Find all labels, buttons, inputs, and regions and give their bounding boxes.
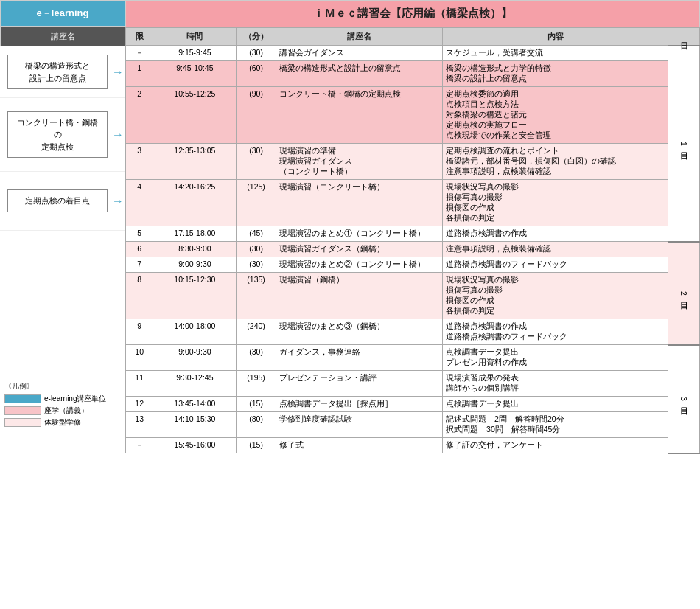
table-row: 109:00-9:30(30)ガイダンス，事務連絡点検調書データ提出プレゼン用資… [126, 345, 700, 371]
cell-min: (60) [237, 61, 276, 87]
cell-min: (15) [237, 438, 276, 453]
table-body: －9:15-9:45(30)講習会ガイダンススケジュール，受講者交流1日目19:… [126, 46, 700, 453]
cell-min: (15) [237, 397, 276, 412]
cell-content: 道路橋点検調書の作成 [443, 226, 668, 242]
cell-content: 注意事項説明，点検装備確認 [443, 242, 668, 257]
cell-name: 現場演習（コンクリート橋） [276, 180, 442, 226]
header-limit: 限 [126, 28, 153, 46]
cell-min: (30) [237, 257, 276, 273]
cell-limit: － [126, 438, 153, 453]
cell-min: (30) [237, 345, 276, 371]
header-content: 内容 [443, 28, 668, 46]
cell-name: 現場演習ガイダンス（鋼橋） [276, 242, 442, 257]
table-row: 810:15-12:30(135)現場演習（鋼橋）現場状況写真の撮影損傷写真の撮… [126, 273, 700, 319]
cell-day: 1日目 [668, 46, 700, 242]
table-row: 914:00-18:00(240)現場演習のまとめ③（鋼橋）道路橋点検調書の作成… [126, 319, 700, 345]
legend-title: 《凡例》 [4, 381, 121, 392]
cell-content: 現場状況写真の撮影損傷写真の撮影損傷図の作成各損傷の判定 [443, 273, 668, 319]
cell-content: 定期点検調査の流れとポイント橋梁諸元，部材番号図，損傷図（白図）の確認注意事項説… [443, 144, 668, 180]
cell-name: 講習会ガイダンス [276, 46, 442, 61]
cell-time: 10:15-12:30 [153, 273, 237, 319]
legend-label-2: 座学（講義） [44, 406, 88, 416]
cell-min: (195) [237, 371, 276, 397]
cell-min: (135) [237, 273, 276, 319]
cell-limit: 5 [126, 226, 153, 242]
table-row: 68:30-9:00(30)現場演習ガイダンス（鋼橋）注意事項説明，点検装備確認… [126, 242, 700, 257]
cell-content: 点検調書データ提出プレゼン用資料の作成 [443, 345, 668, 371]
table-row: －9:15-9:45(30)講習会ガイダンススケジュール，受講者交流1日目 [126, 46, 700, 61]
sidebar: e－learning 講座名 橋梁の構造形式と設計上の留意点 → コンクリート橋… [0, 0, 125, 454]
cell-time: 13:45-14:00 [153, 397, 237, 412]
cell-limit: 7 [126, 257, 153, 273]
cell-time: 15:45-16:00 [153, 438, 237, 453]
legend-item-2: 座学（講義） [4, 406, 121, 416]
cell-name: 現場演習のまとめ③（鋼橋） [276, 319, 442, 345]
sidebar-item-2: コンクリート橋・鋼橋の定期点検 → [0, 98, 125, 172]
cell-time: 9:45-10:45 [153, 61, 237, 87]
cell-limit: 13 [126, 412, 153, 438]
sidebar-subheader: 講座名 [0, 27, 125, 46]
cell-limit: 9 [126, 319, 153, 345]
cell-name: コンクリート橋・鋼橋の定期点検 [276, 87, 442, 144]
cell-min: (30) [237, 46, 276, 61]
cell-limit: 2 [126, 87, 153, 144]
header-minutes: （分） [237, 28, 276, 46]
sidebar-item-3: 定期点検の着目点 → [0, 172, 125, 231]
table-row: －15:45-16:00(15)修了式修了証の交付，アンケート [126, 438, 700, 453]
cell-time: 9:30-12:45 [153, 371, 237, 397]
legend-color-light [4, 418, 41, 427]
table-row: 19:45-10:45(60)橋梁の構造形式と設計上の留意点橋梁の構造形式と力学… [126, 61, 700, 87]
legend-color-blue [4, 394, 41, 403]
sidebar-items: 橋梁の構造形式と設計上の留意点 → コンクリート橋・鋼橋の定期点検 → 定期点検… [0, 46, 125, 231]
cell-time: 14:10-15:30 [153, 412, 237, 438]
sidebar-item-box-3: 定期点検の着目点 [7, 189, 108, 212]
cell-content: 定期点検委節の適用点検項目と点検方法対象橋梁の構造と諸元定期点検の実施フロー点検… [443, 87, 668, 144]
cell-min: (125) [237, 180, 276, 226]
cell-name: 現場演習の準備現場演習ガイダンス（コンクリート橋） [276, 144, 442, 180]
schedule-table: 限 時間 （分） 講座名 内容 日 －9:15-9:45(30)講習会ガイダンス… [125, 27, 700, 454]
arrow-icon-1: → [112, 66, 124, 79]
cell-time: 9:00-9:30 [153, 345, 237, 371]
table-header-row: 限 時間 （分） 講座名 内容 日 [126, 28, 700, 46]
table-row: 79:00-9:30(30)現場演習のまとめ②（コンクリート橋）道路橋点検調書の… [126, 257, 700, 273]
cell-time: 14:00-18:00 [153, 319, 237, 345]
legend-color-pink [4, 406, 41, 415]
cell-min: (30) [237, 242, 276, 257]
header-day: 日 [668, 28, 700, 46]
cell-min: (30) [237, 144, 276, 180]
cell-content: 道路橋点検調書のフィードバック [443, 257, 668, 273]
cell-name: 修了式 [276, 438, 442, 453]
arrow-icon-3: → [112, 195, 124, 208]
table-row: 210:55-12:25(90)コンクリート橋・鋼橋の定期点検定期点検委節の適用… [126, 87, 700, 144]
cell-limit: － [126, 46, 153, 61]
cell-min: (80) [237, 412, 276, 438]
legend-label-3: 体験型学修 [44, 417, 81, 428]
arrow-icon-2: → [112, 128, 124, 142]
cell-time: 10:55-12:25 [153, 87, 237, 144]
cell-time: 9:15-9:45 [153, 46, 237, 61]
sidebar-header: e－learning [0, 0, 125, 27]
cell-name: 橋梁の構造形式と設計上の留意点 [276, 61, 442, 87]
sidebar-item-1: 橋梁の構造形式と設計上の留意点 → [0, 46, 125, 98]
main-title: ｉＭｅｃ講習会【応用編（橋梁点検）】 [125, 0, 700, 27]
cell-content: 道路橋点検調書の作成道路橋点検調書のフィードバック [443, 319, 668, 345]
main-content: ｉＭｅｃ講習会【応用編（橋梁点検）】 限 時間 （分） 講座名 内容 日 －9:… [125, 0, 700, 454]
cell-min: (90) [237, 87, 276, 144]
main-container: e－learning 講座名 橋梁の構造形式と設計上の留意点 → コンクリート橋… [0, 0, 700, 454]
cell-limit: 8 [126, 273, 153, 319]
sidebar-item-box-2: コンクリート橋・鋼橋の定期点検 [7, 111, 108, 159]
table-row: 119:30-12:45(195)プレゼンテーション・講評現場演習成果の発表講師… [126, 371, 700, 397]
cell-time: 14:20-16:25 [153, 180, 237, 226]
cell-min: (45) [237, 226, 276, 242]
cell-name: 現場演習のまとめ②（コンクリート橋） [276, 257, 442, 273]
cell-min: (240) [237, 319, 276, 345]
cell-limit: 12 [126, 397, 153, 412]
table-row: 517:15-18:00(45)現場演習のまとめ①（コンクリート橋）道路橋点検調… [126, 226, 700, 242]
cell-limit: 11 [126, 371, 153, 397]
cell-content: 点検調書データ提出 [443, 397, 668, 412]
cell-time: 12:35-13:05 [153, 144, 237, 180]
legend-item-3: 体験型学修 [4, 417, 121, 428]
sidebar-item-box-1: 橋梁の構造形式と設計上の留意点 [7, 55, 108, 89]
cell-content: スケジュール，受講者交流 [443, 46, 668, 61]
cell-content: 現場演習成果の発表講師からの個別講評 [443, 371, 668, 397]
